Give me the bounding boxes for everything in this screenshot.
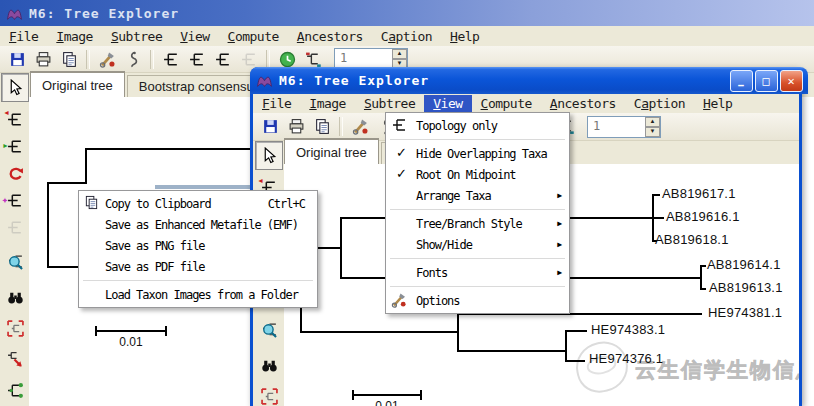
save-button[interactable] — [4, 48, 30, 71]
fg-menu-subtree[interactable]: Subtree — [355, 95, 424, 112]
view-menu-show-hide[interactable]: Show/Hide — [386, 234, 569, 255]
context-menu-save-png[interactable]: Save as PNG file — [79, 235, 317, 256]
taxon-label[interactable]: AB819618.1 — [655, 232, 729, 247]
zoom-tree-button[interactable] — [256, 317, 282, 344]
topology-icon — [392, 117, 408, 133]
tree-branch — [700, 265, 702, 290]
taxon-label[interactable]: AB819614.1 — [707, 257, 781, 272]
zoom-spinner-value[interactable]: 1 — [588, 117, 645, 137]
zoom-spinner[interactable]: 1 — [587, 116, 661, 138]
bg-menu-subtree[interactable]: Subtree — [102, 28, 171, 45]
minimize-button[interactable] — [730, 70, 753, 92]
selected-branch-highlight — [155, 185, 251, 189]
taxon-label[interactable]: AB819617.1 — [662, 186, 736, 201]
caliper-button[interactable] — [120, 48, 146, 71]
magnifier-icon — [7, 254, 24, 271]
fg-menu-compute[interactable]: Compute — [472, 95, 541, 112]
print-button[interactable] — [30, 48, 56, 71]
rotate-subtree-button[interactable] — [2, 160, 28, 187]
tree-style-rectangular-button[interactable] — [158, 48, 184, 71]
view-menu-options[interactable]: Options — [386, 290, 569, 311]
taxon-label[interactable]: AB819613.1 — [709, 280, 783, 295]
fit-to-screen-button[interactable] — [256, 383, 282, 406]
maximize-button[interactable] — [755, 70, 778, 92]
fg-menu-ancestors[interactable]: Ancestors — [541, 95, 625, 112]
pointer-tool-button[interactable] — [255, 141, 283, 170]
view-menu-tree-branch-style[interactable]: Tree/Branch Style — [386, 213, 569, 234]
clock-icon — [279, 51, 296, 68]
fg-window-titlebar[interactable]: M6: Tree Explorer — [250, 67, 808, 94]
node-heights-button[interactable] — [2, 377, 28, 404]
taxon-label[interactable]: HE974376.1 — [589, 351, 663, 366]
tree-style-curved-button[interactable] — [210, 48, 236, 71]
compress-subtree-button[interactable]: ✦ — [2, 187, 28, 214]
compress-subtree-icon — [7, 192, 24, 209]
bg-menu-image[interactable]: Image — [47, 28, 102, 45]
zoom-tree-button[interactable] — [2, 249, 28, 276]
zoom-spinner-value[interactable]: 1 — [335, 49, 392, 69]
view-menu-hide-overlapping-taxa[interactable]: Hide Overlapping Taxa — [386, 143, 569, 164]
bg-menu-view[interactable]: View — [171, 28, 218, 45]
fit-to-screen-button[interactable] — [2, 315, 28, 342]
options-button[interactable] — [94, 48, 120, 71]
taxon-label[interactable]: AB819616.1 — [666, 209, 740, 224]
submenu-arrow-icon — [557, 219, 561, 228]
wrench-icon — [99, 51, 116, 68]
tree-branch — [565, 360, 585, 362]
context-menu-save-emf[interactable]: Save as Enhanced Metafile (EMF) — [79, 214, 317, 235]
taxon-label[interactable]: HE974381.1 — [708, 305, 782, 320]
tree-icon — [215, 51, 232, 68]
tree-branch — [300, 331, 459, 333]
fg-menu-help[interactable]: Help — [694, 95, 741, 112]
close-button[interactable] — [780, 70, 803, 92]
bg-menu-help[interactable]: Help — [441, 28, 488, 45]
copy-button[interactable] — [309, 115, 335, 138]
find-taxon-button[interactable] — [2, 284, 28, 311]
flip-subtree-button[interactable]: ► — [2, 133, 28, 160]
fg-menu-view[interactable]: View — [424, 95, 471, 112]
spinner-up-button[interactable] — [645, 117, 660, 127]
spinner-up-button[interactable] — [392, 49, 407, 59]
binoculars-icon — [7, 289, 24, 306]
fg-tab-original-tree[interactable]: Original tree — [284, 138, 379, 164]
bg-menu-ancestors[interactable]: Ancestors — [288, 28, 372, 45]
save-button[interactable] — [257, 115, 283, 138]
copy-button[interactable] — [56, 48, 82, 71]
taxon-label[interactable]: HE974383.1 — [591, 322, 665, 337]
swap-subtree-button[interactable]: ◄ — [2, 106, 28, 133]
menu-separator — [83, 280, 313, 281]
bg-tab-original-tree[interactable]: Original tree — [30, 71, 125, 97]
fg-menu-image[interactable]: Image — [300, 95, 355, 112]
toolbar-separator — [150, 50, 154, 69]
find-taxon-button[interactable] — [256, 352, 282, 379]
view-menu-root-on-midpoint[interactable]: Root On Midpoint — [386, 164, 569, 185]
pointer-tool-button[interactable] — [1, 73, 29, 102]
fg-menu-file[interactable]: File — [253, 95, 300, 112]
wrench-icon — [391, 292, 407, 308]
branch-length-icon — [305, 51, 322, 68]
bg-menubar: File Image Subtree View Compute Ancestor… — [0, 26, 814, 47]
spinner-down-button[interactable] — [645, 127, 660, 137]
cursor-icon — [7, 79, 24, 96]
bg-window-titlebar: M6: Tree Explorer — [0, 0, 814, 26]
context-menu-load-taxon-images[interactable]: Load Taxon Images from a Folder — [79, 284, 317, 305]
context-menu-save-pdf[interactable]: Save as PDF file — [79, 256, 317, 277]
view-menu-topology-only[interactable]: Topology only — [386, 115, 569, 136]
fg-titlebar-buttons — [730, 70, 803, 92]
tree-style-straight-button[interactable] — [184, 48, 210, 71]
view-menu-arrange-taxa[interactable]: Arrange Taxa — [386, 185, 569, 206]
fg-menu-caption[interactable]: Caption — [625, 95, 694, 112]
bg-menu-compute[interactable]: Compute — [219, 28, 288, 45]
context-menu-copy[interactable]: Copy to Clipboard Ctrl+C — [79, 193, 317, 214]
copy-icon — [84, 195, 99, 210]
green-flip-mark: ► — [2, 142, 9, 149]
resize-tree-button[interactable] — [2, 346, 28, 373]
tree-branch — [565, 330, 567, 362]
bg-menu-file[interactable]: File — [0, 28, 47, 45]
print-button[interactable] — [283, 115, 309, 138]
menu-separator — [390, 258, 565, 259]
options-button[interactable] — [347, 115, 373, 138]
view-menu-fonts[interactable]: Fonts — [386, 262, 569, 283]
bg-menu-caption[interactable]: Caption — [372, 28, 441, 45]
submenu-arrow-icon — [557, 268, 561, 277]
